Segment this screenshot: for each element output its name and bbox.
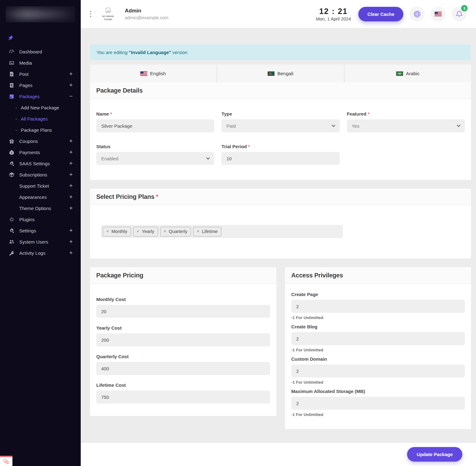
monthly-cost-input[interactable] xyxy=(96,305,270,318)
expand-toggle[interactable]: + xyxy=(69,194,73,200)
remove-tag-icon[interactable]: × xyxy=(164,229,166,234)
tab-bengali[interactable]: Bengali xyxy=(217,65,343,82)
sidebar-item-label: Activity Logs xyxy=(19,250,69,256)
remove-tag-icon[interactable]: × xyxy=(137,229,139,234)
chevron-down-icon xyxy=(206,156,210,159)
tab-english[interactable]: English xyxy=(90,65,216,82)
expand-toggle[interactable]: + xyxy=(69,71,73,77)
user-info[interactable]: Admin admin@example.com xyxy=(125,8,168,20)
expand-toggle[interactable]: + xyxy=(69,82,73,89)
laravel-debugbar-button[interactable] xyxy=(0,456,12,466)
sidebar-item-label: System Users xyxy=(19,239,69,244)
sidebar-item-appearances[interactable]: Appearances + xyxy=(0,191,81,203)
sidebar-item-payments[interactable]: Payments + xyxy=(0,147,81,158)
expand-toggle[interactable]: + xyxy=(69,227,73,234)
expand-toggle[interactable]: + xyxy=(69,171,73,178)
sidebar-item-label: Support Ticket xyxy=(19,183,69,189)
package-details-title: Package Details xyxy=(90,82,471,99)
yearly-cost-input[interactable] xyxy=(96,333,270,346)
lifetime-cost-input[interactable] xyxy=(96,391,270,404)
clock-time: 12 : 21 xyxy=(316,7,351,16)
globe-icon xyxy=(413,10,421,18)
tag-label: Yearly xyxy=(142,229,154,234)
sidebar-item-saas-settings[interactable]: SAAS Settings + xyxy=(0,158,81,169)
expand-toggle[interactable]: + xyxy=(69,149,73,156)
us-flag-icon xyxy=(140,71,147,76)
expand-toggle[interactable]: + xyxy=(69,160,73,167)
expand-toggle[interactable]: + xyxy=(69,249,73,256)
saudi-flag-icon xyxy=(396,71,403,76)
sidebar-item-theme-options[interactable]: Theme Options + xyxy=(0,203,81,214)
sidebar-item-plugins[interactable]: Plugins xyxy=(0,214,81,225)
sidebar-item-coupons[interactable]: Coupons + xyxy=(0,135,81,147)
sidebar-item-subscriptions[interactable]: Subscriptions + xyxy=(0,169,81,180)
sidebar-item-activity-logs[interactable]: Activity Logs + xyxy=(0,247,81,258)
pricing-plan-tag-quarterly[interactable]: × Quarterly xyxy=(160,227,191,236)
sidebar-item-system-users[interactable]: System Users + xyxy=(0,236,81,247)
sidebar-item-package-plans[interactable]: - Package Plans xyxy=(0,124,81,135)
tag-label: Quarterly xyxy=(169,229,188,234)
create-blog-input[interactable] xyxy=(291,332,465,345)
update-package-button[interactable]: Update Package xyxy=(407,447,462,462)
sidebar-item-packages[interactable]: Packages − xyxy=(0,91,81,102)
pricing-plans-card: Select Pricing Plans* × Monthly × Yearly… xyxy=(90,189,471,258)
tab-arabic[interactable]: Arabic xyxy=(345,65,471,82)
collapse-toggle[interactable]: − xyxy=(69,93,73,100)
us-flag-icon xyxy=(435,12,442,16)
dash-bullet: - xyxy=(16,127,17,133)
notifications-button[interactable]: 3 xyxy=(452,7,467,21)
users-icon xyxy=(9,239,15,245)
chevron-down-icon xyxy=(457,123,460,127)
clear-cache-button[interactable]: Clear Cache xyxy=(358,7,403,21)
name-input[interactable] xyxy=(96,119,214,132)
quarterly-cost-input[interactable] xyxy=(96,362,270,375)
sidebar-item-label: Theme Options xyxy=(19,206,69,211)
media-icon xyxy=(9,60,15,66)
sidebar-item-add-new-package[interactable]: - Add New Package xyxy=(0,102,81,113)
expand-toggle[interactable]: + xyxy=(69,205,73,212)
type-select[interactable]: Paid xyxy=(221,119,339,132)
kebab-menu-icon[interactable] xyxy=(90,11,91,17)
custom-domain-input[interactable] xyxy=(291,364,465,377)
sidebar-item-label: SAAS Settings xyxy=(19,161,69,166)
required-marker: * xyxy=(248,144,250,149)
type-select-value: Paid xyxy=(226,123,236,129)
sidebar-item-post[interactable]: Post + xyxy=(0,68,81,80)
access-privileges-title: Access Privileges xyxy=(285,267,471,284)
sidebar-item-label: Payments xyxy=(19,150,69,155)
payments-icon xyxy=(9,149,15,155)
app-logo-blurred[interactable] xyxy=(6,6,75,22)
sidebar-item-label: All Packages xyxy=(21,116,73,121)
expand-toggle[interactable]: + xyxy=(69,182,73,189)
sidebar-item-label: Appearances xyxy=(19,194,69,200)
pricing-plan-tag-monthly[interactable]: × Monthly xyxy=(103,227,131,236)
pricing-plan-tag-lifetime[interactable]: × Lifetime xyxy=(193,227,221,236)
tab-label: Arabic xyxy=(406,71,419,76)
expand-toggle[interactable]: + xyxy=(69,138,73,144)
sidebar-item-pages[interactable]: Pages + xyxy=(0,80,81,91)
sidebar-item-all-packages[interactable]: - All Packages xyxy=(0,113,81,124)
avatar[interactable]: NO IMAGE FOUND xyxy=(99,7,117,21)
sidebar-item-support-ticket[interactable]: Support Ticket + xyxy=(0,180,81,191)
locale-flag-button[interactable] xyxy=(431,7,446,21)
sidebar-item-dashboard[interactable]: Dashboard xyxy=(0,46,81,57)
sidebar-item-label: Settings xyxy=(19,228,69,233)
remove-tag-icon[interactable]: × xyxy=(197,229,199,234)
remove-tag-icon[interactable]: × xyxy=(107,229,109,234)
pricing-plan-tag-yearly[interactable]: × Yearly xyxy=(133,227,158,236)
pushpin-icon xyxy=(7,35,14,41)
featured-select[interactable]: Yes xyxy=(347,119,465,132)
sidebar-item-settings[interactable]: Settings + xyxy=(0,225,81,236)
status-select[interactable]: Enabled xyxy=(96,152,214,165)
sidebar-pin-toggle[interactable] xyxy=(7,35,81,42)
language-globe-button[interactable] xyxy=(410,7,424,21)
type-label: Type xyxy=(221,111,339,116)
sidebar-item-media[interactable]: Media xyxy=(0,57,81,68)
unlimited-helper-text: -1 For Unlimitted xyxy=(291,412,465,417)
create-page-input[interactable] xyxy=(291,300,465,313)
expand-toggle[interactable]: + xyxy=(69,238,73,245)
app-root: Dashboard Media Post + Pages + Packages xyxy=(0,0,476,466)
trial-period-input[interactable] xyxy=(221,152,339,165)
max-storage-input[interactable] xyxy=(291,397,465,410)
pricing-plans-multiselect[interactable]: × Monthly × Yearly × Quarterly × Lifetim… xyxy=(101,225,343,238)
